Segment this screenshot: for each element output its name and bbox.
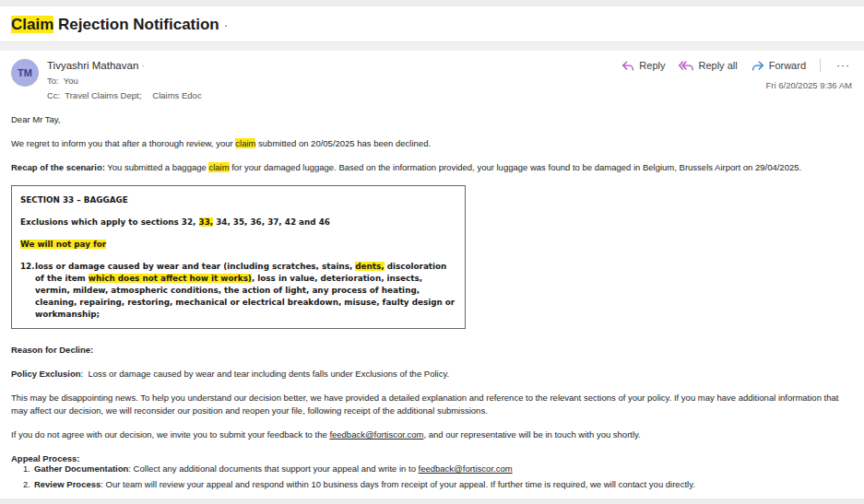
- presence-mark: ·: [141, 60, 145, 71]
- policy-exclusion-item-12: 12. loss or damage caused by wear and te…: [20, 261, 456, 321]
- email-body: Dear Mr Tay, We regret to inform you tha…: [0, 102, 864, 504]
- sender-name[interactable]: Tivyashri Mathavan·: [47, 59, 202, 71]
- subject-suffix-dot: ·: [224, 18, 229, 32]
- highlight-dents: dents,: [355, 262, 384, 271]
- bottom-strip: [0, 498, 864, 504]
- policy-extract-box: SECTION 33 – BAGGAGE Exclusions which ap…: [11, 185, 466, 329]
- policy-exclusions-line: Exclusions which apply to sections 32, 3…: [20, 217, 456, 229]
- to-label: To:: [47, 76, 59, 86]
- reason-heading: Reason for Decline:: [11, 344, 846, 357]
- disagree-paragraph: If you do not agree with our decision, w…: [11, 428, 846, 441]
- header-divider-strip: [0, 41, 864, 51]
- highlight-not-pay: We will not pay for: [20, 240, 106, 249]
- top-window-strip: [0, 0, 864, 6]
- disappointing-paragraph: This may be disappointing news. To help …: [11, 392, 846, 417]
- cc-recipient-1[interactable]: Travel Claims Dept;: [65, 90, 141, 100]
- policy-exclusion-paragraph: Policy Exclusion: Loss or damage caused …: [11, 368, 846, 381]
- cc-line: Cc:Travel Claims Dept;Claims Edoc: [47, 90, 202, 100]
- cc-label: Cc:: [47, 90, 60, 100]
- forward-icon: [752, 60, 764, 72]
- reply-icon: [621, 60, 634, 72]
- greeting: Dear Mr Tay,: [11, 113, 846, 126]
- message-header: TM Tivyashri Mathavan· To:You Cc:Travel …: [0, 51, 864, 102]
- reply-all-icon: [679, 60, 693, 72]
- highlight-claim: claim: [235, 138, 255, 148]
- policy-section-heading: SECTION 33 – BAGGAGE: [20, 194, 456, 206]
- sender-info: Tivyashri Mathavan· To:You Cc:Travel Cla…: [47, 59, 202, 100]
- subject-bar: Claim Rejection Notification·: [0, 6, 864, 41]
- reply-button[interactable]: Reply: [621, 60, 665, 72]
- item-number: 12.: [20, 261, 35, 321]
- subject-rest: Rejection Notification: [53, 16, 219, 33]
- cc-recipient-2[interactable]: Claims Edoc: [152, 90, 201, 100]
- sender-block: TM Tivyashri Mathavan· To:You Cc:Travel …: [11, 59, 202, 100]
- item-text: loss or damage caused by wear and tear (…: [35, 261, 456, 321]
- more-actions-button[interactable]: ···: [834, 59, 852, 72]
- recap-paragraph: Recap of the scenario: You submitted a b…: [11, 161, 846, 174]
- feedback-email-link[interactable]: feedback@fortiscor.com: [329, 429, 423, 440]
- reply-all-button[interactable]: Reply all: [679, 60, 737, 72]
- feedback-email-link[interactable]: feedback@fortiscor.com: [419, 463, 513, 474]
- message-date: Fri 6/20/2025 9:36 AM: [766, 80, 852, 90]
- subject-highlighted-word: Claim: [11, 16, 53, 33]
- header-right: Reply Reply all Forward ··· Fri 6/20/202…: [621, 59, 852, 90]
- avatar[interactable]: TM: [11, 59, 39, 87]
- appeal-step-2: 2. Review Process: Our team will review …: [23, 478, 851, 491]
- to-line: To:You: [47, 76, 202, 86]
- policy-not-pay-line: We will not pay for: [20, 239, 456, 251]
- appeal-steps-list: 1. Gather Documentation: Collect any add…: [23, 463, 851, 491]
- email-subject: Claim Rejection Notification·: [11, 16, 228, 33]
- decline-paragraph: We regret to inform you that after a tho…: [11, 137, 846, 150]
- actions-divider: [820, 59, 821, 72]
- highlight-section-33: 33,: [199, 217, 214, 227]
- to-recipient[interactable]: You: [64, 76, 78, 86]
- message-actions: Reply Reply all Forward ···: [621, 59, 852, 72]
- highlight-does-not-affect: which does not affect how it works): [89, 274, 252, 283]
- highlight-claim: claim: [208, 162, 229, 172]
- appeal-step-1: 1. Gather Documentation: Collect any add…: [23, 463, 851, 475]
- forward-button[interactable]: Forward: [752, 60, 806, 72]
